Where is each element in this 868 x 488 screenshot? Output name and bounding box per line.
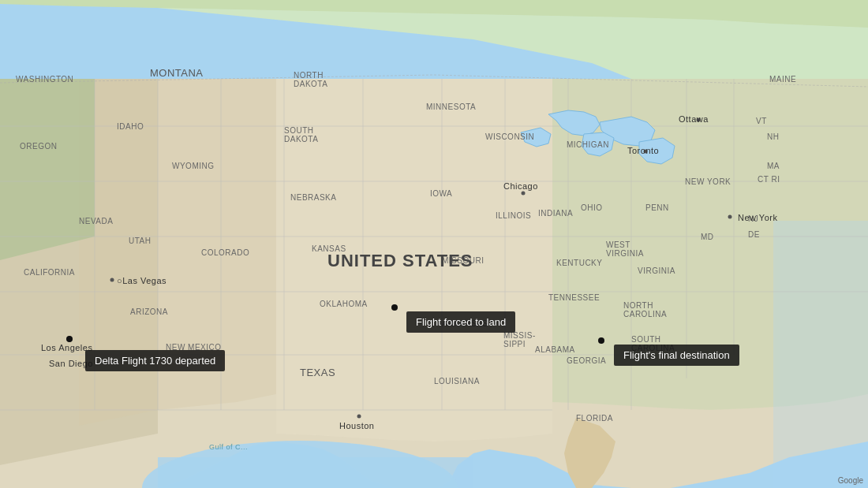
las-vegas-dot xyxy=(110,278,114,282)
chicago-dot xyxy=(522,192,526,196)
final-dest-dot xyxy=(598,337,604,344)
departure-dot xyxy=(66,336,73,342)
departure-label: Delta Flight 1730 departed xyxy=(85,350,225,371)
new-york-dot xyxy=(728,215,732,219)
forced-land-label: Flight forced to land xyxy=(406,311,515,333)
toronto-dot xyxy=(644,150,648,154)
forced-land-dot xyxy=(391,304,398,311)
ottawa-dot xyxy=(697,118,701,122)
google-credit: Google xyxy=(838,476,863,485)
houston-dot xyxy=(357,415,361,419)
final-dest-label: Flight's final destination xyxy=(614,345,739,366)
map-container: WASHINGTON OREGON CALIFORNIA NEVADA IDAH… xyxy=(0,0,868,488)
